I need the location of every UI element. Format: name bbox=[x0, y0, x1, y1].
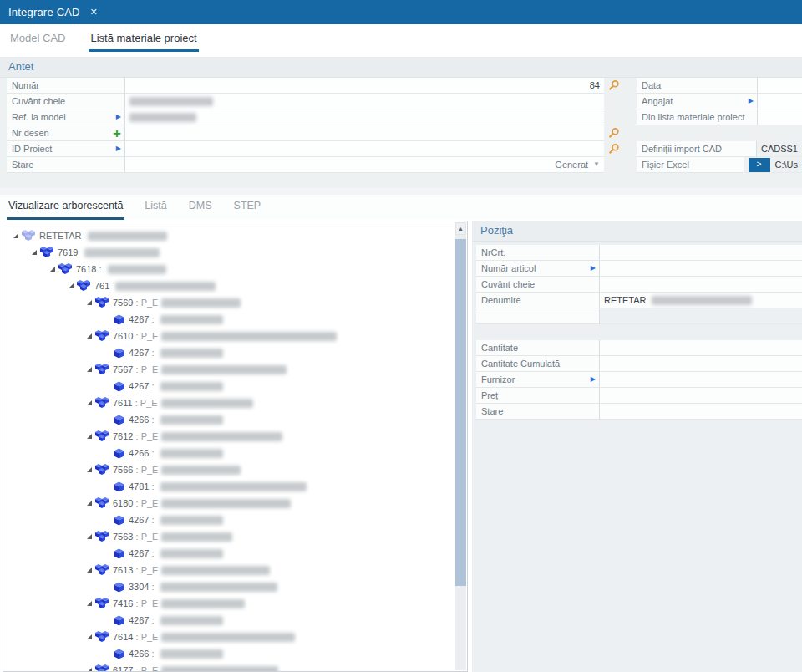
tree-node-7566[interactable]: 7566 : P_E bbox=[3, 461, 455, 478]
expand-triangle-icon[interactable] bbox=[86, 634, 93, 640]
field-value[interactable]: RETETAR bbox=[600, 293, 802, 308]
scroll-up-icon[interactable]: ▲ bbox=[455, 222, 466, 235]
field-value[interactable] bbox=[600, 356, 802, 372]
field-value[interactable]: >C:\Us bbox=[744, 157, 802, 173]
field-value[interactable] bbox=[600, 388, 802, 404]
tree-node-4267[interactable]: 4267 : bbox=[3, 612, 455, 629]
tree-node-4266[interactable]: 4266 : bbox=[3, 645, 455, 662]
field-value[interactable] bbox=[600, 372, 802, 388]
tree-node-4266[interactable]: 4266 : bbox=[3, 411, 455, 428]
tree-node-6177[interactable]: 6177 : P_E bbox=[3, 662, 455, 672]
field-value[interactable] bbox=[758, 78, 802, 94]
field-value[interactable]: Generat▼ bbox=[125, 157, 604, 173]
field-value[interactable] bbox=[600, 261, 802, 277]
tree-node-7612[interactable]: 7612 : P_E bbox=[3, 428, 455, 445]
tree-node-7610[interactable]: 7610 : P_E bbox=[3, 328, 455, 344]
expand-triangle-icon[interactable] bbox=[86, 600, 93, 607]
bom-tree-panel: RETETAR 7619 7618 : 761 7569 : P_E 4267 … bbox=[3, 221, 468, 672]
field-value[interactable]: 84 bbox=[125, 78, 604, 94]
dropdown-arrow-icon[interactable]: ▼ bbox=[593, 157, 600, 172]
expand-triangle-icon[interactable] bbox=[86, 667, 93, 672]
tree-node-7416[interactable]: 7416 : P_E bbox=[3, 595, 455, 612]
redacted-text bbox=[161, 499, 291, 508]
tree-node-4267[interactable]: 4267 : bbox=[3, 311, 455, 328]
tree-node-761[interactable]: 761 bbox=[3, 277, 455, 294]
tree-node-number: 7613 bbox=[113, 565, 133, 575]
redacted-text bbox=[161, 633, 295, 642]
add-icon[interactable]: + bbox=[113, 126, 121, 140]
detail-arrow-icon[interactable]: ▶ bbox=[116, 114, 121, 120]
field-label bbox=[476, 308, 600, 324]
lookup-icon[interactable] bbox=[607, 143, 620, 155]
tree-node-7563[interactable]: 7563 : P_E bbox=[3, 528, 455, 545]
field-value[interactable] bbox=[758, 109, 802, 125]
expand-triangle-icon[interactable] bbox=[13, 232, 19, 239]
tree-scrollbar[interactable]: ▲ bbox=[455, 222, 466, 670]
scrollbar-thumb[interactable] bbox=[455, 239, 466, 586]
tree-node-4267[interactable]: 4267 : bbox=[3, 545, 455, 562]
view-tab-step[interactable]: STEP bbox=[232, 195, 263, 220]
detail-arrow-icon[interactable]: ▶ bbox=[116, 145, 121, 152]
tree-node-number: 7618 bbox=[76, 264, 96, 274]
expand-triangle-icon[interactable] bbox=[86, 366, 93, 373]
tree-node-7613[interactable]: 7613 : P_E bbox=[3, 562, 455, 578]
tab-model-cad[interactable]: Model CAD bbox=[8, 24, 67, 49]
lookup-icon[interactable] bbox=[607, 127, 620, 140]
form-row-num-r-articol: Număr articol▶ bbox=[476, 261, 802, 277]
tree-node-4781[interactable]: 4781 : bbox=[3, 478, 455, 495]
expand-triangle-icon[interactable] bbox=[86, 433, 93, 440]
detail-arrow-icon[interactable]: ▶ bbox=[749, 98, 754, 104]
tree-node-number: 4267 bbox=[129, 314, 149, 324]
field-value[interactable] bbox=[125, 141, 604, 157]
field-value[interactable]: CADSS1 bbox=[757, 141, 802, 157]
field-value[interactable] bbox=[600, 245, 802, 261]
view-tab-dms[interactable]: DMS bbox=[187, 195, 214, 220]
expand-triangle-icon[interactable] bbox=[49, 266, 56, 272]
expand-triangle-icon[interactable] bbox=[86, 567, 93, 573]
expand-triangle-icon[interactable] bbox=[86, 400, 93, 406]
tree-node-7567[interactable]: 7567 : P_E bbox=[3, 361, 455, 378]
field-value[interactable] bbox=[125, 125, 604, 141]
lookup-icon[interactable] bbox=[607, 79, 620, 92]
view-tab-list-[interactable]: Listă bbox=[143, 195, 168, 220]
tree-node-4267[interactable]: 4267 : bbox=[3, 512, 455, 528]
tree-node-3304[interactable]: 3304 : bbox=[3, 578, 455, 595]
redacted-text bbox=[161, 566, 270, 575]
tree-node-4267[interactable]: 4267 : bbox=[3, 344, 455, 361]
expand-triangle-icon[interactable] bbox=[86, 533, 93, 540]
antet-section: Antet Număr84 Cuvânt cheieRef. la model▶… bbox=[0, 57, 802, 188]
tree-node-6180[interactable]: 6180 : P_E bbox=[3, 495, 455, 512]
tree-node-4267[interactable]: 4267 : bbox=[3, 378, 455, 395]
field-value[interactable] bbox=[600, 277, 802, 293]
tree-node-4266[interactable]: 4266 : bbox=[3, 445, 455, 461]
tree-node-7569[interactable]: 7569 : P_E bbox=[3, 294, 455, 311]
tree-node-number: 7563 bbox=[113, 532, 133, 542]
expand-triangle-icon[interactable] bbox=[86, 500, 93, 507]
tree-node-7614[interactable]: 7614 : P_E bbox=[3, 629, 455, 645]
detail-arrow-icon[interactable]: ▶ bbox=[591, 376, 596, 383]
field-value[interactable] bbox=[600, 308, 802, 324]
field-value[interactable] bbox=[125, 109, 604, 125]
field-value[interactable] bbox=[600, 340, 802, 356]
field-label: Număr articol▶ bbox=[476, 261, 600, 277]
field-value[interactable] bbox=[600, 404, 802, 420]
close-icon[interactable]: ✕ bbox=[90, 7, 98, 18]
field-value[interactable] bbox=[125, 94, 604, 109]
tree-node-7618[interactable]: 7618 : bbox=[3, 261, 455, 277]
tree-node-retetar[interactable]: RETETAR bbox=[3, 227, 455, 244]
detail-arrow-icon[interactable]: ▶ bbox=[591, 265, 596, 272]
redacted-text bbox=[161, 666, 278, 672]
expand-triangle-icon[interactable] bbox=[86, 333, 93, 339]
tab-list-materiale-proiect[interactable]: Listă materiale proiect bbox=[89, 24, 198, 52]
view-tab-vizualizare-arborescent-[interactable]: Vizualizare arborescentă bbox=[7, 195, 124, 220]
tree-node-7611[interactable]: 7611 : P_E bbox=[3, 395, 455, 411]
tree-node-number: 6177 bbox=[113, 665, 133, 672]
tree-node-7619[interactable]: 7619 bbox=[3, 244, 455, 261]
expand-triangle-icon[interactable] bbox=[86, 299, 93, 306]
run-import-button[interactable]: > bbox=[749, 158, 770, 172]
form-row-furnizor: Furnizor▶ bbox=[476, 372, 802, 388]
expand-triangle-icon[interactable] bbox=[86, 466, 93, 473]
expand-triangle-icon[interactable] bbox=[68, 283, 74, 289]
expand-triangle-icon[interactable] bbox=[31, 249, 38, 256]
field-value[interactable] bbox=[758, 94, 802, 109]
